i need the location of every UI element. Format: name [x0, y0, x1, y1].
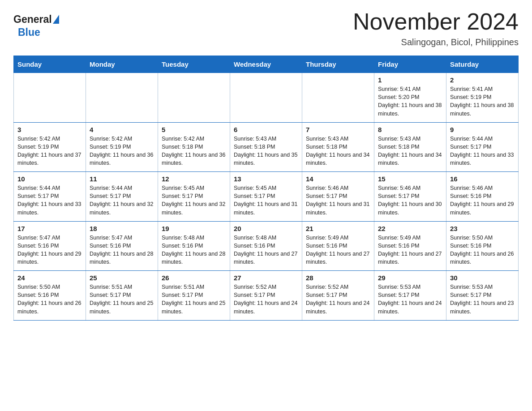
- day-info: Sunrise: 5:47 AMSunset: 5:16 PMDaylight:…: [90, 234, 154, 266]
- calendar-cell: 14Sunrise: 5:46 AMSunset: 5:17 PMDayligh…: [302, 172, 374, 222]
- day-info: Sunrise: 5:43 AMSunset: 5:18 PMDaylight:…: [378, 135, 442, 167]
- day-info: Sunrise: 5:53 AMSunset: 5:17 PMDaylight:…: [378, 283, 442, 316]
- logo: General Blue: [13, 9, 59, 39]
- day-number: 26: [162, 274, 226, 282]
- calendar-cell: [14, 73, 86, 123]
- day-number: 17: [17, 225, 82, 232]
- day-info: Sunrise: 5:41 AMSunset: 5:19 PMDaylight:…: [450, 85, 515, 118]
- calendar-cell: [230, 73, 302, 123]
- calendar-week-3: 10Sunrise: 5:44 AMSunset: 5:17 PMDayligh…: [14, 172, 519, 222]
- calendar-cell: 16Sunrise: 5:46 AMSunset: 5:16 PMDayligh…: [446, 172, 519, 222]
- calendar-cell: 18Sunrise: 5:47 AMSunset: 5:16 PMDayligh…: [86, 221, 158, 271]
- calendar-week-1: 1Sunrise: 5:41 AMSunset: 5:20 PMDaylight…: [14, 73, 519, 123]
- calendar-cell: 4Sunrise: 5:42 AMSunset: 5:19 PMDaylight…: [86, 122, 158, 172]
- calendar-cell: 24Sunrise: 5:50 AMSunset: 5:16 PMDayligh…: [14, 271, 86, 321]
- weekday-header-sunday: Sunday: [14, 56, 86, 73]
- day-info: Sunrise: 5:48 AMSunset: 5:16 PMDaylight:…: [162, 234, 226, 266]
- calendar-cell: 7Sunrise: 5:43 AMSunset: 5:18 PMDaylight…: [302, 122, 374, 172]
- day-number: 14: [306, 175, 370, 183]
- day-info: Sunrise: 5:46 AMSunset: 5:17 PMDaylight:…: [306, 184, 370, 217]
- calendar-cell: [86, 73, 158, 123]
- day-number: 22: [378, 225, 442, 232]
- day-info: Sunrise: 5:53 AMSunset: 5:17 PMDaylight:…: [450, 283, 515, 316]
- weekday-header-friday: Friday: [374, 56, 446, 73]
- calendar-cell: 23Sunrise: 5:50 AMSunset: 5:16 PMDayligh…: [446, 221, 519, 271]
- calendar-cell: 12Sunrise: 5:45 AMSunset: 5:17 PMDayligh…: [158, 172, 230, 222]
- calendar-cell: 8Sunrise: 5:43 AMSunset: 5:18 PMDaylight…: [374, 122, 446, 172]
- calendar-cell: 21Sunrise: 5:49 AMSunset: 5:16 PMDayligh…: [302, 221, 374, 271]
- day-number: 16: [450, 175, 515, 183]
- day-info: Sunrise: 5:51 AMSunset: 5:17 PMDaylight:…: [90, 283, 154, 316]
- day-number: 21: [306, 225, 370, 232]
- calendar-cell: 19Sunrise: 5:48 AMSunset: 5:16 PMDayligh…: [158, 221, 230, 271]
- day-info: Sunrise: 5:41 AMSunset: 5:20 PMDaylight:…: [378, 85, 442, 118]
- calendar-cell: 2Sunrise: 5:41 AMSunset: 5:19 PMDaylight…: [446, 73, 519, 123]
- day-info: Sunrise: 5:43 AMSunset: 5:18 PMDaylight:…: [306, 135, 370, 167]
- calendar-cell: 17Sunrise: 5:47 AMSunset: 5:16 PMDayligh…: [14, 221, 86, 271]
- day-number: 3: [17, 126, 82, 133]
- calendar-cell: 9Sunrise: 5:44 AMSunset: 5:17 PMDaylight…: [446, 122, 519, 172]
- day-number: 28: [306, 274, 370, 282]
- day-info: Sunrise: 5:50 AMSunset: 5:16 PMDaylight:…: [450, 234, 515, 266]
- title-area: November 2024 Salingogan, Bicol, Philipp…: [353, 9, 519, 47]
- calendar-cell: [158, 73, 230, 123]
- logo-arrow-icon: [53, 15, 59, 24]
- day-number: 24: [17, 274, 82, 282]
- day-info: Sunrise: 5:49 AMSunset: 5:16 PMDaylight:…: [306, 234, 370, 266]
- day-number: 13: [234, 175, 298, 183]
- weekday-header-monday: Monday: [86, 56, 158, 73]
- page-subtitle: Salingogan, Bicol, Philippines: [353, 37, 519, 47]
- calendar-cell: 3Sunrise: 5:42 AMSunset: 5:19 PMDaylight…: [14, 122, 86, 172]
- page-header: General Blue November 2024 Salingogan, B…: [13, 9, 519, 47]
- day-number: 5: [162, 126, 226, 133]
- weekday-header-row: SundayMondayTuesdayWednesdayThursdayFrid…: [14, 56, 519, 73]
- weekday-header-thursday: Thursday: [302, 56, 374, 73]
- day-number: 11: [90, 175, 154, 183]
- day-number: 19: [162, 225, 226, 232]
- calendar-week-5: 24Sunrise: 5:50 AMSunset: 5:16 PMDayligh…: [14, 271, 519, 321]
- day-info: Sunrise: 5:42 AMSunset: 5:19 PMDaylight:…: [17, 135, 82, 167]
- calendar-cell: 22Sunrise: 5:49 AMSunset: 5:16 PMDayligh…: [374, 221, 446, 271]
- day-info: Sunrise: 5:48 AMSunset: 5:16 PMDaylight:…: [234, 234, 298, 266]
- day-info: Sunrise: 5:42 AMSunset: 5:18 PMDaylight:…: [162, 135, 226, 167]
- day-info: Sunrise: 5:46 AMSunset: 5:17 PMDaylight:…: [378, 184, 442, 217]
- page-title: November 2024: [353, 9, 519, 34]
- day-info: Sunrise: 5:47 AMSunset: 5:16 PMDaylight:…: [17, 234, 82, 266]
- calendar-cell: 20Sunrise: 5:48 AMSunset: 5:16 PMDayligh…: [230, 221, 302, 271]
- calendar-cell: 10Sunrise: 5:44 AMSunset: 5:17 PMDayligh…: [14, 172, 86, 222]
- day-info: Sunrise: 5:50 AMSunset: 5:16 PMDaylight:…: [17, 283, 82, 316]
- day-number: 23: [450, 225, 515, 232]
- day-info: Sunrise: 5:45 AMSunset: 5:17 PMDaylight:…: [162, 184, 226, 217]
- calendar-cell: 15Sunrise: 5:46 AMSunset: 5:17 PMDayligh…: [374, 172, 446, 222]
- day-number: 30: [450, 274, 515, 282]
- day-info: Sunrise: 5:51 AMSunset: 5:17 PMDaylight:…: [162, 283, 226, 316]
- calendar-cell: [302, 73, 374, 123]
- day-number: 12: [162, 175, 226, 183]
- calendar-cell: 25Sunrise: 5:51 AMSunset: 5:17 PMDayligh…: [86, 271, 158, 321]
- day-number: 4: [90, 126, 154, 133]
- calendar-cell: 30Sunrise: 5:53 AMSunset: 5:17 PMDayligh…: [446, 271, 519, 321]
- day-number: 25: [90, 274, 154, 282]
- calendar-cell: 6Sunrise: 5:43 AMSunset: 5:18 PMDaylight…: [230, 122, 302, 172]
- weekday-header-tuesday: Tuesday: [158, 56, 230, 73]
- day-info: Sunrise: 5:52 AMSunset: 5:17 PMDaylight:…: [306, 283, 370, 316]
- weekday-header-saturday: Saturday: [446, 56, 519, 73]
- logo-general-text: General: [13, 13, 52, 26]
- day-info: Sunrise: 5:44 AMSunset: 5:17 PMDaylight:…: [90, 184, 154, 217]
- calendar-cell: 5Sunrise: 5:42 AMSunset: 5:18 PMDaylight…: [158, 122, 230, 172]
- day-info: Sunrise: 5:52 AMSunset: 5:17 PMDaylight:…: [234, 283, 298, 316]
- day-number: 27: [234, 274, 298, 282]
- calendar-week-4: 17Sunrise: 5:47 AMSunset: 5:16 PMDayligh…: [14, 221, 519, 271]
- logo-blue-text: Blue: [18, 26, 40, 39]
- calendar-cell: 28Sunrise: 5:52 AMSunset: 5:17 PMDayligh…: [302, 271, 374, 321]
- calendar-table: SundayMondayTuesdayWednesdayThursdayFrid…: [13, 56, 519, 321]
- calendar-cell: 27Sunrise: 5:52 AMSunset: 5:17 PMDayligh…: [230, 271, 302, 321]
- calendar-cell: 11Sunrise: 5:44 AMSunset: 5:17 PMDayligh…: [86, 172, 158, 222]
- day-info: Sunrise: 5:43 AMSunset: 5:18 PMDaylight:…: [234, 135, 298, 167]
- day-number: 8: [378, 126, 442, 133]
- day-info: Sunrise: 5:44 AMSunset: 5:17 PMDaylight:…: [450, 135, 515, 167]
- calendar-cell: 1Sunrise: 5:41 AMSunset: 5:20 PMDaylight…: [374, 73, 446, 123]
- day-number: 29: [378, 274, 442, 282]
- day-info: Sunrise: 5:46 AMSunset: 5:16 PMDaylight:…: [450, 184, 515, 217]
- day-number: 6: [234, 126, 298, 133]
